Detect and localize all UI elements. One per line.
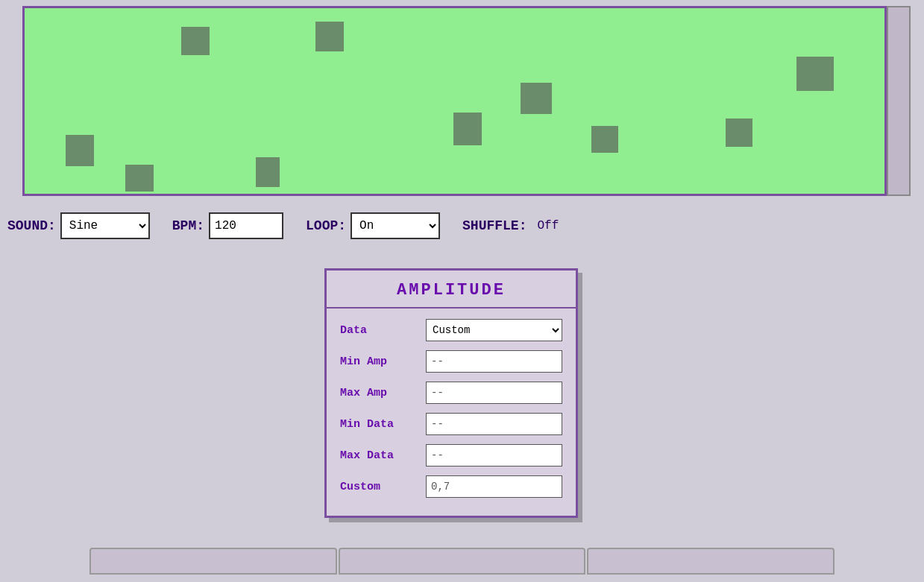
amp-row-5: Custom	[340, 472, 562, 501]
viz-block-6	[521, 83, 552, 114]
sound-label: SOUND:	[7, 218, 56, 233]
viz-block-8	[726, 118, 752, 147]
amp-select-0[interactable]: CustomLinearRandom	[426, 319, 562, 341]
loop-select[interactable]: On Off	[351, 212, 440, 239]
amp-row-1: Min Amp	[340, 347, 562, 376]
amp-input-3[interactable]	[426, 413, 562, 435]
viz-scrollbar[interactable]	[887, 6, 911, 196]
amp-row-2: Max Amp	[340, 379, 562, 407]
amp-row-0: DataCustomLinearRandom	[340, 316, 562, 344]
amp-input-5[interactable]	[426, 475, 562, 498]
amp-label-0: Data	[340, 324, 426, 337]
bottom-tab-1[interactable]	[89, 548, 337, 575]
amp-row-3: Min Data	[340, 410, 562, 438]
sound-group: SOUND: Sine Square Triangle Sawtooth	[7, 212, 150, 239]
bottom-tab-2[interactable]	[339, 548, 586, 575]
viz-block-4	[256, 157, 280, 187]
amp-input-4[interactable]	[426, 444, 562, 466]
bpm-input[interactable]	[209, 212, 283, 239]
amplitude-title: AMPLITUDE	[327, 271, 576, 309]
viz-block-0	[181, 27, 210, 55]
viz-block-3	[125, 165, 154, 192]
amp-label-5: Custom	[340, 481, 426, 493]
viz-block-5	[453, 113, 482, 145]
loop-group: LOOP: On Off	[306, 212, 440, 239]
viz-area	[22, 6, 887, 196]
amp-label-3: Min Data	[340, 418, 426, 431]
shuffle-group: SHUFFLE: Off	[462, 218, 559, 233]
bottom-tab-3[interactable]	[587, 548, 835, 575]
bottom-bar	[89, 548, 835, 575]
viz-block-7	[591, 126, 618, 153]
viz-block-9	[796, 57, 834, 91]
amp-label-2: Max Amp	[340, 387, 426, 399]
bpm-group: BPM:	[172, 212, 283, 239]
amplitude-panel: AMPLITUDE DataCustomLinearRandomMin AmpM…	[324, 268, 578, 518]
viz-block-1	[315, 22, 344, 51]
shuffle-value: Off	[537, 219, 559, 233]
amplitude-body: DataCustomLinearRandomMin AmpMax AmpMin …	[327, 309, 576, 516]
amp-input-1[interactable]	[426, 350, 562, 373]
controls-row: SOUND: Sine Square Triangle Sawtooth BPM…	[0, 207, 924, 244]
amp-input-2[interactable]	[426, 382, 562, 404]
amp-label-1: Min Amp	[340, 355, 426, 368]
shuffle-label: SHUFFLE:	[462, 218, 527, 233]
amp-label-4: Max Data	[340, 449, 426, 462]
viz-block-2	[66, 135, 94, 166]
bpm-label: BPM:	[172, 218, 204, 233]
amp-row-4: Max Data	[340, 441, 562, 469]
main-container: SOUND: Sine Square Triangle Sawtooth BPM…	[0, 0, 924, 582]
sound-select[interactable]: Sine Square Triangle Sawtooth	[60, 212, 150, 239]
loop-label: LOOP:	[306, 218, 346, 233]
